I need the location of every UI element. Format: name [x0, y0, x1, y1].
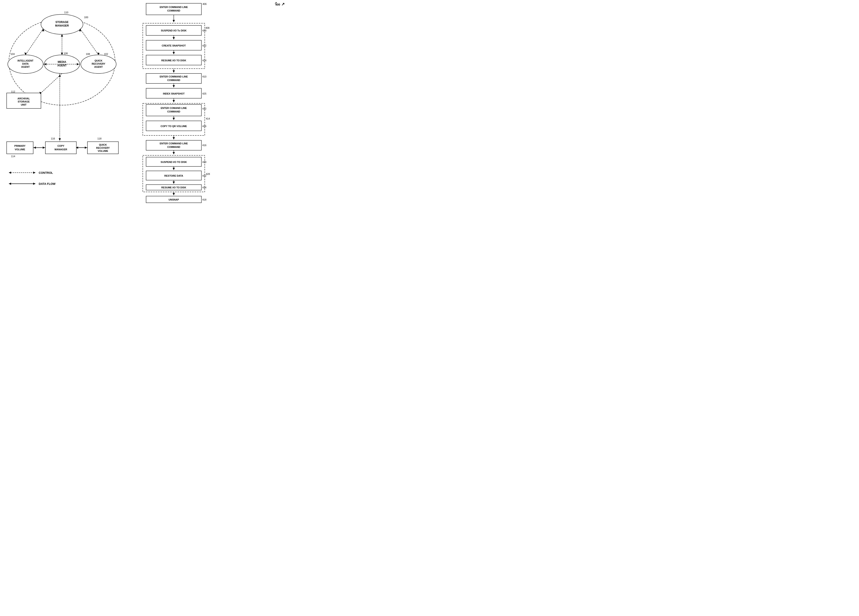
svg-text:420: 420	[202, 29, 206, 32]
svg-rect-120	[146, 140, 201, 150]
svg-text:COMMAND: COMMAND	[167, 9, 180, 12]
svg-text:CONTROL: CONTROL	[39, 171, 53, 174]
svg-marker-132	[173, 168, 175, 170]
svg-text:VOLUME: VOLUME	[98, 150, 108, 152]
svg-marker-40	[61, 53, 63, 55]
svg-line-56	[41, 73, 62, 93]
svg-text:106: 106	[64, 52, 68, 55]
svg-text:STORAGE: STORAGE	[55, 20, 69, 24]
svg-text:AGENT: AGENT	[57, 64, 67, 67]
svg-text:410: 410	[202, 75, 206, 78]
svg-marker-53	[59, 138, 61, 141]
svg-text:COMMAND: COMMAND	[167, 110, 180, 113]
svg-text:QUICK: QUICK	[95, 59, 103, 62]
svg-text:432: 432	[202, 174, 206, 177]
svg-text:QUICK: QUICK	[99, 144, 107, 146]
svg-marker-69	[9, 183, 11, 185]
svg-text:104: 104	[11, 53, 15, 55]
left-diagram-svg: STORAGE MANAGER 110 100 MEDIA AGENT 106 …	[0, 0, 137, 199]
svg-line-45	[80, 29, 98, 55]
svg-text:MANAGER: MANAGER	[55, 24, 69, 27]
svg-marker-60	[43, 147, 45, 149]
svg-text:426: 426	[202, 125, 206, 128]
svg-text:425: 425	[202, 92, 206, 95]
svg-text:116: 116	[51, 137, 55, 140]
svg-text:RESUME I/O TO DISK: RESUME I/O TO DISK	[161, 59, 186, 62]
svg-text:PRIMARY: PRIMARY	[14, 145, 26, 147]
svg-text:ENTER COMMAND LINE: ENTER COMMAND LINE	[159, 75, 188, 78]
svg-text:418: 418	[202, 198, 206, 201]
svg-text:118: 118	[97, 137, 102, 140]
svg-marker-125	[173, 152, 175, 154]
svg-text:414: 414	[206, 117, 210, 120]
svg-text:VOLUME: VOLUME	[15, 148, 25, 151]
svg-text:430: 430	[202, 161, 206, 163]
svg-rect-30	[45, 142, 77, 154]
svg-marker-70	[33, 183, 36, 185]
svg-text:CREATE SNAPSHOT: CREATE SNAPSHOT	[162, 44, 186, 47]
svg-text:MEDIA: MEDIA	[58, 61, 66, 64]
svg-rect-96	[146, 73, 201, 83]
svg-text:416: 416	[202, 144, 206, 147]
diagram-container: 400 ↗ STORAGE MANAGER 110 100 MEDIA AGEN…	[0, 0, 286, 205]
svg-rect-73	[146, 3, 201, 15]
svg-text:COMMAND: COMMAND	[167, 145, 180, 148]
svg-text:COPY TO QR VOLUME: COPY TO QR VOLUME	[161, 125, 187, 128]
svg-text:INTELLIGENT: INTELLIGENT	[17, 59, 33, 62]
svg-text:COPY: COPY	[57, 145, 64, 147]
svg-text:412: 412	[202, 107, 206, 110]
svg-text:STORAGE: STORAGE	[18, 100, 30, 103]
svg-text:DATA FLOW: DATA FLOW	[39, 182, 56, 186]
svg-text:SUSPEND I/O To DISK: SUSPEND I/O To DISK	[161, 29, 187, 32]
svg-text:AGENT: AGENT	[21, 66, 30, 68]
svg-text:408: 408	[205, 27, 209, 29]
svg-text:RECOVERY: RECOVERY	[92, 63, 105, 65]
svg-marker-59	[34, 147, 36, 149]
svg-marker-106	[173, 100, 175, 102]
svg-line-42	[25, 29, 43, 55]
svg-text:434: 434	[202, 186, 206, 189]
svg-text:422: 422	[202, 44, 206, 47]
svg-text:114: 114	[11, 155, 15, 158]
svg-text:INDEX SNAPSHOT: INDEX SNAPSHOT	[163, 92, 184, 95]
svg-marker-65	[9, 172, 11, 174]
svg-text:UNSNAP: UNSNAP	[169, 198, 179, 201]
svg-marker-62	[85, 147, 87, 149]
svg-text:ENTER COMMAND LINE: ENTER COMMAND LINE	[159, 6, 188, 8]
svg-text:428: 428	[206, 173, 210, 175]
svg-marker-142	[173, 193, 175, 195]
svg-text:100: 100	[84, 16, 88, 19]
svg-marker-101	[173, 85, 175, 88]
svg-text:RESTORE DATA: RESTORE DATA	[164, 174, 183, 177]
svg-marker-66	[33, 172, 36, 174]
svg-text:108: 108	[86, 53, 90, 55]
svg-text:DATA: DATA	[22, 63, 29, 65]
svg-text:424: 424	[202, 59, 206, 62]
svg-text:RESUME I/O TO DISK: RESUME I/O TO DISK	[161, 186, 186, 189]
svg-text:MANAGER: MANAGER	[55, 148, 67, 151]
svg-text:ARCHIVAL: ARCHIVAL	[17, 97, 30, 100]
svg-marker-95	[173, 70, 175, 73]
svg-text:UNIT: UNIT	[21, 103, 27, 106]
svg-text:RECOVERY: RECOVERY	[96, 147, 110, 149]
svg-text:ENTER COMMAND LINE: ENTER COMMAND LINE	[159, 142, 188, 145]
svg-marker-114	[173, 118, 175, 120]
svg-marker-85	[173, 37, 175, 39]
svg-text:SUSPEND I/O TO DISK: SUSPEND I/O TO DISK	[161, 161, 187, 163]
right-diagram-svg: ↗ ENTER COMMAND LINE COMMAND 406 408 SUS…	[139, 0, 283, 204]
svg-text:406: 406	[203, 3, 206, 5]
svg-text:112: 112	[11, 90, 15, 93]
svg-text:COMMAND: COMMAND	[167, 79, 180, 81]
svg-marker-90	[173, 52, 175, 54]
svg-marker-41	[61, 34, 63, 36]
svg-text:ENTER COMAND LINE: ENTER COMAND LINE	[161, 107, 187, 109]
svg-text:AGENT: AGENT	[94, 66, 103, 68]
svg-rect-26	[7, 142, 33, 154]
svg-marker-78	[173, 20, 175, 22]
svg-text:110: 110	[64, 11, 68, 14]
svg-text:102: 102	[104, 53, 108, 55]
svg-marker-137	[173, 181, 175, 184]
svg-marker-119	[173, 137, 175, 139]
svg-text:↗: ↗	[275, 2, 277, 5]
